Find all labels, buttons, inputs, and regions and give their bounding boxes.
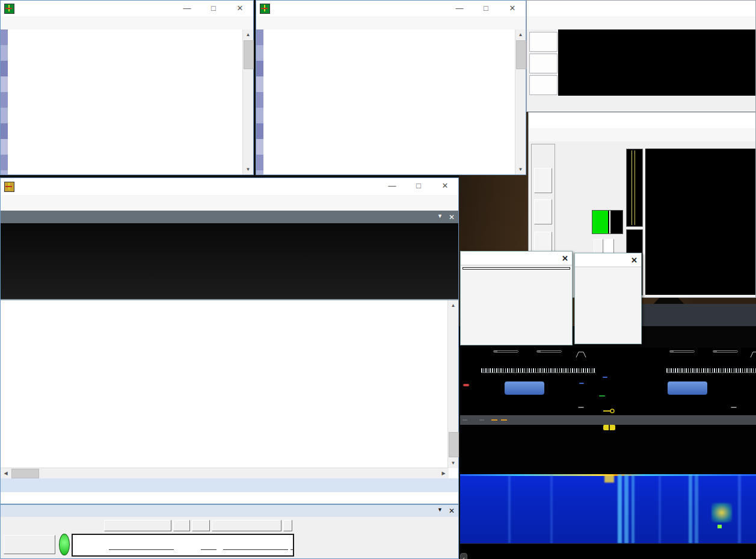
qso-entry-caption[interactable]: ▼ ✕: [1, 505, 458, 517]
dual-watch-badge[interactable]: [599, 395, 605, 397]
close-icon[interactable]: ✕: [432, 178, 458, 195]
main-sft-control[interactable]: [536, 350, 562, 353]
close-icon[interactable]: ✕: [631, 256, 638, 265]
writelog-titlebar[interactable]: — □ ✕: [1, 178, 458, 195]
main-smeter-bar: [481, 368, 595, 373]
fig-button[interactable]: [534, 168, 552, 193]
maximize-icon[interactable]: □: [473, 1, 499, 16]
waterfall-faint-signal: [508, 474, 511, 543]
scroll-right-icon[interactable]: ▶: [438, 468, 449, 478]
scroll-up-icon[interactable]: ▲: [515, 29, 526, 40]
collapse-icon[interactable]: ▼: [437, 507, 443, 515]
frequency-mode-button[interactable]: [4, 535, 55, 554]
scrollbar-thumb[interactable]: [516, 40, 526, 69]
maximize-icon[interactable]: □: [200, 1, 227, 16]
waterfall-signal: [695, 474, 698, 543]
desktop: — □ ✕ ▲ ▼ — □ ✕: [0, 0, 756, 559]
sub-smeter-bar: [666, 368, 756, 373]
close-icon[interactable]: ✕: [562, 254, 568, 263]
collapse-icon[interactable]: ▼: [437, 213, 443, 221]
log-table-area: ▲ ▼ ◀ ▶: [1, 299, 458, 478]
sub-sft-control[interactable]: [713, 350, 738, 353]
scroll-left-icon[interactable]: ◀: [1, 468, 11, 478]
clone-app-icon: [260, 4, 270, 14]
twotone-titlebar[interactable]: [527, 1, 755, 16]
spectrum-scope: [460, 425, 756, 474]
rttyrite-text-area[interactable]: [8, 29, 242, 174]
close-icon[interactable]: ✕: [227, 1, 253, 16]
sub-mode-button[interactable]: [668, 381, 707, 395]
tpf-badge[interactable]: [579, 383, 584, 384]
scroll-up-icon[interactable]: ▲: [448, 300, 458, 310]
band-summary-titlebar[interactable]: ✕: [461, 252, 572, 265]
waterfall-signal: [604, 474, 614, 483]
call-column-button[interactable]: [104, 520, 171, 531]
rttyrite-app-icon: [4, 4, 14, 14]
scroll-up-icon[interactable]: ▲: [243, 29, 253, 40]
scrollbar-thumb[interactable]: [11, 469, 39, 478]
c-column-button[interactable]: [283, 520, 292, 531]
minimize-icon[interactable]: —: [174, 1, 200, 16]
close-icon[interactable]: ✕: [449, 507, 455, 515]
close-icon[interactable]: ✕: [449, 213, 455, 221]
signal-gutter: [256, 29, 263, 174]
main-bw-control[interactable]: [493, 350, 518, 353]
bandmap[interactable]: [1, 223, 458, 299]
sub-quarter-badge: [731, 407, 737, 408]
waterfall-strong-signal: [711, 503, 732, 522]
vbw-badge[interactable]: [501, 419, 507, 421]
afc-off-button[interactable]: [529, 32, 558, 52]
scrollbar-thumb[interactable]: [244, 40, 254, 69]
score-label: [463, 268, 570, 269]
main-quarter-badge: [578, 407, 584, 408]
rttyrite-scrollbar[interactable]: ▲ ▼: [242, 29, 253, 174]
sub-bw-control[interactable]: [669, 350, 695, 353]
age-column-button[interactable]: [192, 520, 210, 531]
waterfall-faint-signal: [659, 474, 661, 543]
panel-titlebar[interactable]: [529, 113, 755, 128]
clone-menubar: [256, 16, 526, 29]
rttyrite-titlebar[interactable]: — □ ✕: [1, 1, 253, 16]
scroll-down-icon[interactable]: ▼: [448, 458, 458, 468]
uos-button[interactable]: [534, 199, 552, 224]
clone-titlebar[interactable]: — □ ✕: [256, 1, 526, 16]
tuning-marker-icon[interactable]: [603, 425, 615, 430]
minimize-icon[interactable]: —: [379, 178, 405, 195]
rbw-badge[interactable]: [491, 419, 497, 421]
band-summary-box: [463, 267, 570, 270]
scroll-left-button[interactable]: ‹: [460, 553, 467, 559]
scroll-down-icon[interactable]: ▼: [243, 164, 253, 174]
waterfall-signal: [689, 474, 692, 543]
panel-menubar: [529, 128, 755, 141]
tx-indicator: [463, 384, 469, 386]
rates-titlebar[interactable]: ✕: [575, 253, 641, 267]
mark-space-scope: [626, 149, 643, 227]
hold-button[interactable]: [479, 419, 484, 421]
filter-shape-icon: [750, 351, 756, 358]
bandmap-caption[interactable]: ▼ ✕: [1, 211, 458, 223]
rates-window: ✕: [574, 253, 642, 344]
log-hscrollbar[interactable]: ◀ ▶: [1, 468, 449, 478]
led-icon: [59, 534, 70, 555]
flat-button[interactable]: [529, 54, 558, 73]
maximize-icon[interactable]: □: [405, 178, 432, 195]
log-vscrollbar[interactable]: ▲ ▼: [447, 300, 458, 468]
waterfall-green-dot: [718, 525, 722, 528]
qso-entry-field[interactable]: [72, 534, 294, 557]
clone-scrollbar[interactable]: ▲ ▼: [515, 29, 526, 174]
rit-badge[interactable]: [603, 377, 607, 378]
main-mode-button[interactable]: [505, 381, 544, 395]
clone-text-area[interactable]: [263, 29, 515, 174]
scrollbar-thumb[interactable]: [449, 432, 459, 457]
close-icon[interactable]: ✕: [499, 1, 526, 16]
tuning-indicator: [592, 210, 623, 234]
twotone-window: [526, 0, 756, 112]
main-sub-toggle[interactable]: [463, 419, 467, 421]
rcv-column-button[interactable]: [173, 520, 190, 531]
setup-button[interactable]: [529, 75, 558, 95]
writelog-menubar: [1, 195, 458, 211]
country-column-button[interactable]: [212, 520, 281, 531]
scroll-down-icon[interactable]: ▼: [515, 164, 526, 174]
writelog-app-icon: [4, 182, 14, 192]
minimize-icon[interactable]: —: [446, 1, 473, 16]
